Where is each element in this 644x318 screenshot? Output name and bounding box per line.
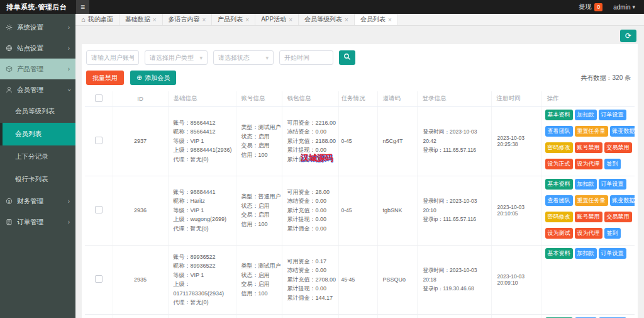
chevron-down-icon: ▾ [632,4,635,10]
status-select[interactable]: 请选择状态 ▾ [213,50,274,65]
close-icon[interactable]: × [345,16,348,23]
op-add-deduct-button[interactable]: 加扣款 [575,179,597,190]
op-order-settings-button[interactable]: 订单设置 [599,248,626,259]
tab-member-list[interactable]: 会员列表 × [355,14,398,25]
cell-register-time: 2023-10-03 20:10:05 [497,204,525,217]
sidebar-item-system-settings[interactable]: 系统设置 › [0,17,75,38]
hamburger-menu-icon[interactable]: ≡ [76,0,89,14]
person-icon [6,86,13,94]
sidebar-item-site-settings[interactable]: 站点设置 › [0,38,75,59]
cell-account-info: 类型：测试用户 状态：启用 交易：启用 信用：100 [242,123,282,159]
user-menu[interactable]: admin ▾ [613,4,635,11]
op-add-deduct-button[interactable]: 加扣款 [575,110,597,120]
tab-label: 我的桌面 [88,15,113,24]
op-add-deduct-button[interactable]: 加扣款 [575,248,597,259]
withdraw-count-badge: 0 [594,3,602,11]
close-icon[interactable]: × [245,16,249,23]
op-view-team-button[interactable]: 查看团队 [545,195,573,206]
row-checkbox[interactable] [95,137,103,144]
refresh-icon: ⟳ [625,31,631,40]
close-icon[interactable]: × [153,16,157,23]
topbar: 排单系统-管理后台 ≡ 提现 0 admin ▾ [0,0,644,14]
app-title: 排单系统-管理后台 [0,3,67,12]
sidebar-item-finance-management[interactable]: $ 财务管理 › [0,191,75,212]
col-header-operations: 操作 [541,91,635,106]
close-icon[interactable]: × [289,16,292,23]
sidebar-item-product-management[interactable]: 产品管理 › [0,59,75,79]
cell-invite-code: PSSQUo [383,276,406,283]
table-row: 2935 账号：89936522 昵称：89936522 等级：VIP 1 上级… [85,245,635,314]
op-basic-info-button[interactable]: 基本资料 [545,248,573,259]
op-view-team-button[interactable]: 查看团队 [545,126,573,137]
member-list-panel: 请选择用户类型 ▾ 请选择状态 ▾ 批 [82,44,638,318]
op-disable-account-button[interactable]: 账号禁用 [575,142,602,153]
cell-login-info: 登录时间：2023-10-03 20:18 登录ip：119.30.46.68 [423,266,491,293]
cell-task-status: 0-45 [341,207,352,213]
op-basic-info-button[interactable]: 基本资料 [545,179,573,190]
tab-my-desktop[interactable]: ⌂ 我的桌面 [75,14,119,25]
tab-label: 会员等级列表 [304,15,342,24]
col-header-invite-code: 邀请码 [377,91,417,106]
refresh-button[interactable]: ⟳ [620,30,636,42]
op-set-agent-button[interactable]: 设为代理 [575,228,602,239]
select-all-checkbox[interactable] [95,94,103,102]
op-basic-info-button[interactable]: 基本资料 [545,110,573,120]
op-reset-tasks-button[interactable]: 重置任务量 [575,126,608,137]
tab-app-activity[interactable]: APP活动 × [255,14,299,25]
op-sign-in-button[interactable]: 签到 [604,159,621,169]
sidebar-item-order-management[interactable]: 订单管理 › [0,212,75,232]
close-icon[interactable]: × [388,16,392,23]
batch-disable-button[interactable]: 批量禁用 [86,71,124,85]
chevron-down-icon: › [65,89,72,91]
col-header-task-status: 任务情况 [338,91,377,106]
sidebar-subitem-member-list[interactable]: 会员列表 [0,123,75,145]
op-disable-trade-button[interactable]: 交易禁用 [604,212,632,222]
op-set-official-button[interactable]: 设为正式 [545,159,573,169]
col-header-register-time: 注册时间 [491,91,541,106]
col-header-id: ID [113,91,168,106]
op-set-test-button[interactable]: 设为测试 [545,228,573,239]
table-header-row: ID 基础信息 账号信息 钱包信息 任务情况 邀请码 登录信息 注册时间 操作 [85,91,635,106]
op-sign-in-button[interactable]: 签到 [604,228,621,239]
op-change-password-button[interactable]: 密码修改 [545,212,573,222]
tab-product-list[interactable]: 产品列表 × [212,14,255,25]
op-account-changes-button[interactable]: 账变数据 [610,126,635,137]
tab-basic-data[interactable]: 基础数据 × [119,14,163,25]
tab-multilanguage-content[interactable]: 多语言内容 × [163,14,213,25]
sidebar-subitem-member-level-list[interactable]: 会员等级列表 [0,100,75,123]
account-input[interactable] [86,50,139,65]
cell-account-info: 类型：测试用户 状态：启用 交易：启用 信用：100 [242,261,282,298]
close-icon[interactable]: × [203,16,206,23]
select-placeholder: 请选择用户类型 [150,54,194,62]
row-checkbox[interactable] [95,275,103,283]
dollar-circle-icon: $ [6,198,13,205]
op-order-settings-button[interactable]: 订单设置 [599,179,626,190]
cell-invite-code: n5Cg4T [383,138,403,144]
withdraw-link[interactable]: 提现 [579,3,591,11]
search-button[interactable] [339,50,355,65]
row-checkbox[interactable] [95,206,103,213]
tab-label: 基础数据 [125,15,150,24]
op-disable-trade-button[interactable]: 交易禁用 [604,142,632,153]
globe-icon [6,45,13,52]
sidebar-item-label: 系统设置 [17,23,68,32]
cell-wallet-info: 可用资金：2216.00 冻结资金：0.00 累计充值：2188.00 累计提现… [287,118,338,164]
tab-member-level-list[interactable]: 会员等级列表 × [299,14,355,25]
op-change-password-button[interactable]: 密码修改 [545,142,573,153]
tab-label: 会员列表 [360,15,386,24]
op-account-changes-button[interactable]: 账变数据 [610,195,635,206]
add-member-button[interactable]: ⊕ 添加会员 [130,71,176,85]
op-set-agent-button[interactable]: 设为代理 [575,159,602,169]
op-order-settings-button[interactable]: 订单设置 [599,110,626,120]
sidebar-item-label: 站点设置 [17,44,68,53]
op-reset-tasks-button[interactable]: 重置任务量 [575,195,608,206]
sidebar-item-member-management[interactable]: 会员管理 › [0,79,75,100]
sidebar-subitem-points-record[interactable]: 上下分记录 [0,145,75,168]
op-disable-account-button[interactable]: 账号禁用 [575,212,602,222]
start-time-input[interactable] [279,50,333,65]
sidebar-subitem-bank-card-list[interactable]: 银行卡列表 [0,168,75,191]
plus-circle-icon: ⊕ [136,74,142,81]
user-type-select[interactable]: 请选择用户类型 ▾ [145,50,208,65]
sidebar: 系统设置 › 站点设置 › 产品管理 › 会员管理 › 会员等级列表 会员列表 … [0,14,75,318]
cell-register-time: 2023-10-03 20:09:10 [497,273,525,286]
